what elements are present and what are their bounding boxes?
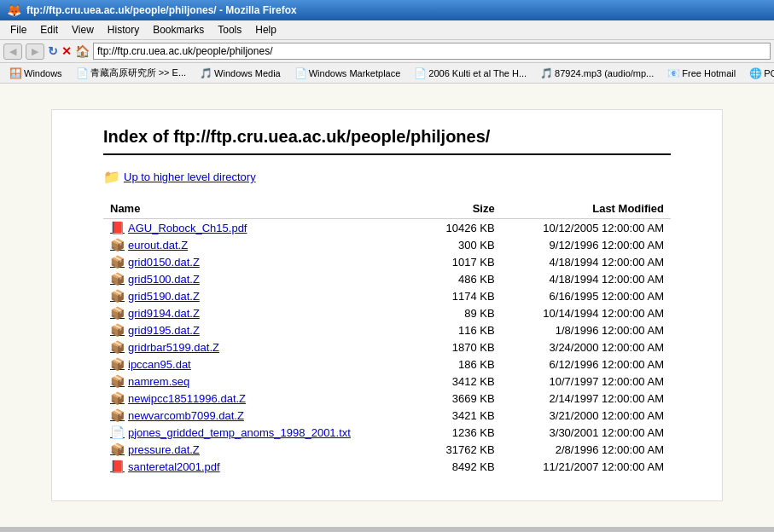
col-modified: Last Modified: [502, 199, 671, 219]
file-icon: 📦: [110, 238, 125, 252]
bookmark-windows-label: Windows: [24, 68, 62, 78]
page-title: Index of ftp://ftp.cru.uea.ac.uk/people/…: [103, 127, 671, 155]
bookmark-hotmail-label: Free Hotmail: [682, 68, 736, 78]
address-input[interactable]: [93, 43, 771, 60]
file-name: grid5100.dat.Z: [128, 273, 200, 286]
file-icon: 📦: [110, 340, 125, 354]
file-name-cell: 📕AGU_Robock_Ch15.pdf: [103, 219, 423, 237]
bookmark-windows[interactable]: 🪟 Windows: [3, 66, 68, 81]
file-link[interactable]: 📦grid5190.dat.Z: [110, 289, 416, 303]
menu-history[interactable]: History: [101, 22, 146, 38]
file-size: 186 KB: [423, 356, 502, 373]
up-dir-link[interactable]: Up to higher level directory: [124, 171, 256, 183]
home-button[interactable]: 🏠: [75, 44, 90, 58]
bookmark-mp3[interactable]: 🎵 87924.mp3 (audio/mp...: [534, 66, 660, 81]
file-date: 11/21/2007 12:00:00 AM: [502, 458, 671, 475]
windows-bookmark-icon: 🪟: [9, 67, 22, 79]
col-name: Name: [103, 199, 423, 219]
forward-button[interactable]: ▶: [26, 43, 44, 60]
file-icon: 📄: [110, 425, 125, 439]
file-link[interactable]: 📦pressure.dat.Z: [110, 442, 416, 456]
file-size: 31762 KB: [423, 441, 502, 458]
marketplace-bookmark-icon: 📄: [294, 67, 307, 79]
refresh-button[interactable]: ↻: [48, 44, 58, 58]
file-size: 3412 KB: [423, 373, 502, 390]
menu-file[interactable]: File: [3, 22, 33, 38]
file-icon: 📦: [110, 289, 125, 303]
file-link[interactable]: 📦newvarcomb7099.dat.Z: [110, 408, 416, 422]
file-name: namrem.seq: [128, 375, 189, 388]
kulti-bookmark-icon: 📄: [414, 67, 427, 79]
windows-media-bookmark-icon: 🎵: [200, 67, 212, 79]
file-icon: 📦: [110, 306, 125, 320]
file-date: 10/14/1994 12:00:00 AM: [502, 304, 671, 321]
table-row: 📕santeretal2001.pdf8492 KB11/21/2007 12:…: [103, 458, 671, 475]
file-size: 3669 KB: [423, 390, 502, 407]
china-bookmark-icon: 📄: [76, 67, 89, 79]
file-link[interactable]: 📦gridrbar5199.dat.Z: [110, 340, 416, 354]
file-link[interactable]: 📦ipccan95.dat: [110, 357, 416, 371]
file-link[interactable]: 📦grid5100.dat.Z: [110, 272, 416, 286]
bookmark-kulti[interactable]: 📄 2006 Kulti et al The H...: [408, 66, 532, 81]
file-link[interactable]: 📦namrem.seq: [110, 374, 416, 388]
file-name: grid5190.dat.Z: [128, 290, 200, 303]
table-row: 📕AGU_Robock_Ch15.pdf10426 KB10/12/2005 1…: [103, 219, 671, 237]
file-link[interactable]: 📕AGU_Robock_Ch15.pdf: [110, 221, 416, 234]
file-link[interactable]: 📦grid9194.dat.Z: [110, 306, 416, 320]
bookmark-windows-media-label: Windows Media: [214, 68, 281, 78]
stop-button[interactable]: ✕: [61, 44, 72, 58]
file-date: 2/8/1996 12:00:00 AM: [502, 441, 671, 458]
up-dir-icon: 📁: [103, 169, 120, 185]
file-name-cell: 📦grid5100.dat.Z: [103, 270, 423, 287]
menu-bookmarks[interactable]: Bookmarks: [146, 22, 211, 38]
file-link[interactable]: 📦newipcc18511996.dat.Z: [110, 391, 416, 405]
file-icon: 📦: [110, 255, 125, 269]
file-link[interactable]: 📦eurout.dat.Z: [110, 238, 416, 252]
file-size: 89 KB: [423, 304, 502, 321]
file-name-cell: 📦pressure.dat.Z: [103, 441, 423, 458]
file-name: ipccan95.dat: [128, 358, 191, 371]
file-name-cell: 📄pjones_gridded_temp_anoms_1998_2001.txt: [103, 424, 423, 441]
bookmark-windows-media[interactable]: 🎵 Windows Media: [194, 66, 287, 81]
file-date: 10/7/1997 12:00:00 AM: [502, 373, 671, 390]
menu-bar: File Edit View History Bookmarks Tools H…: [0, 20, 774, 40]
file-icon: 📦: [110, 357, 125, 371]
back-button[interactable]: ◀: [3, 43, 22, 60]
hotmail-bookmark-icon: 📧: [667, 67, 680, 79]
file-link[interactable]: 📄pjones_gridded_temp_anoms_1998_2001.txt: [110, 425, 416, 439]
title-bar: 🦊 ftp://ftp.cru.uea.ac.uk/people/philjon…: [0, 0, 774, 20]
file-icon: 📦: [110, 272, 125, 286]
file-date: 1/8/1996 12:00:00 AM: [502, 321, 671, 338]
menu-edit[interactable]: Edit: [33, 22, 65, 38]
file-date: 10/12/2005 12:00:00 AM: [502, 219, 671, 237]
menu-tools[interactable]: Tools: [211, 22, 248, 38]
file-size: 1174 KB: [423, 287, 502, 304]
bookmark-hotmail[interactable]: 📧 Free Hotmail: [661, 66, 742, 81]
table-row: 📦newipcc18511996.dat.Z3669 KB2/14/1997 1…: [103, 390, 671, 407]
firefox-icon: 🦊: [7, 3, 21, 17]
bookmark-mp3-label: 87924.mp3 (audio/mp...: [555, 68, 654, 78]
file-name: newvarcomb7099.dat.Z: [128, 409, 244, 422]
menu-view[interactable]: View: [65, 22, 101, 38]
file-date: 4/18/1994 12:00:00 AM: [502, 270, 671, 287]
file-name: eurout.dat.Z: [128, 239, 188, 252]
file-size: 1870 KB: [423, 338, 502, 356]
file-link[interactable]: 📦grid9195.dat.Z: [110, 323, 416, 337]
file-date: 3/21/2000 12:00:00 AM: [502, 407, 671, 424]
bookmarks-bar: 🪟 Windows 📄 青藏高原研究所 >> E... 🎵 Windows Me…: [0, 63, 774, 84]
table-row: 📦gridrbar5199.dat.Z1870 KB3/24/2000 12:0…: [103, 338, 671, 356]
bookmark-pcmdi[interactable]: 🌐 PCMDI >: [743, 66, 774, 81]
bookmark-windows-marketplace[interactable]: 📄 Windows Marketplace: [288, 66, 407, 81]
table-row: 📦newvarcomb7099.dat.Z3421 KB3/21/2000 12…: [103, 407, 671, 424]
file-name: grid0150.dat.Z: [128, 256, 200, 269]
file-name-cell: 📦newvarcomb7099.dat.Z: [103, 407, 423, 424]
file-icon: 📕: [110, 460, 125, 473]
file-link[interactable]: 📦grid0150.dat.Z: [110, 255, 416, 269]
file-date: 9/12/1996 12:00:00 AM: [502, 236, 671, 253]
table-row: 📦grid9195.dat.Z116 KB1/8/1996 12:00:00 A…: [103, 321, 671, 338]
file-date: 3/30/2001 12:00:00 AM: [502, 424, 671, 441]
menu-help[interactable]: Help: [248, 22, 283, 38]
file-link[interactable]: 📕santeretal2001.pdf: [110, 460, 416, 473]
file-size: 1017 KB: [423, 253, 502, 270]
bookmark-china[interactable]: 📄 青藏高原研究所 >> E...: [70, 65, 192, 81]
